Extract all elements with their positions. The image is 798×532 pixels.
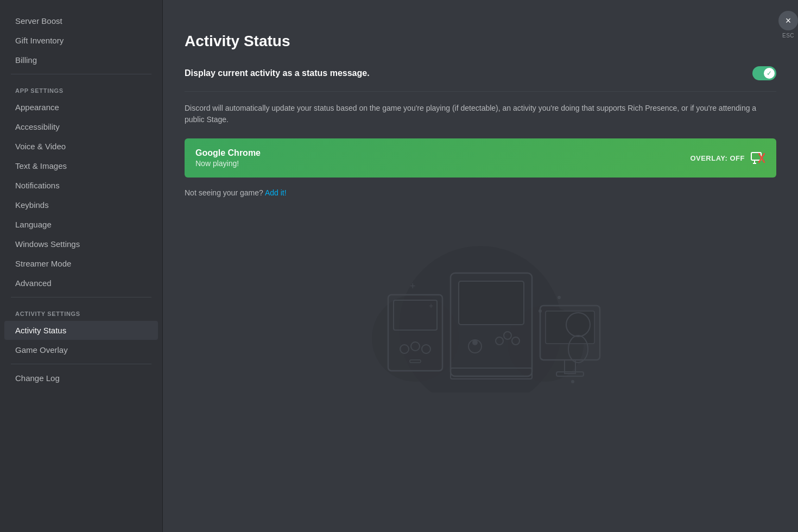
activity-status-toggle[interactable]: ✓: [752, 66, 776, 80]
svg-point-17: [472, 340, 478, 345]
sidebar-item-text-images[interactable]: Text & Images: [4, 156, 158, 175]
sidebar-divider-3: [11, 364, 151, 364]
add-it-link[interactable]: Add it!: [265, 188, 287, 197]
not-seeing-text: Not seeing your game? Add it!: [185, 188, 776, 197]
svg-rect-15: [459, 281, 524, 325]
overlay-icon[interactable]: [750, 150, 765, 166]
sidebar-item-keybinds[interactable]: Keybinds: [4, 195, 158, 214]
sidebar-item-billing[interactable]: Billing: [4, 50, 158, 69]
sidebar-item-gift-inventory[interactable]: Gift Inventory: [4, 31, 158, 50]
sidebar-item-advanced[interactable]: Advanced: [4, 274, 158, 293]
sidebar-item-language[interactable]: Language: [4, 215, 158, 234]
toggle-row: Display current activity as a status mes…: [185, 66, 776, 92]
svg-text:+: +: [410, 281, 416, 292]
game-name: Google Chrome: [195, 148, 261, 158]
close-button[interactable]: ×: [778, 11, 798, 30]
sidebar-item-change-log[interactable]: Change Log: [4, 369, 158, 388]
sidebar-item-windows-settings[interactable]: Windows Settings: [4, 235, 158, 254]
page-title: Activity Status: [185, 33, 776, 50]
main-content: × ESC Activity Status Display current ac…: [163, 0, 798, 532]
close-area: × ESC: [778, 11, 798, 39]
svg-point-6: [372, 295, 459, 382]
toggle-knob: ✓: [764, 68, 775, 79]
activity-settings-label: Activity Settings: [4, 302, 158, 320]
game-status: Now playing!: [195, 159, 261, 168]
sidebar-item-activity-status[interactable]: Activity Status: [4, 321, 158, 340]
app-settings-label: App Settings: [4, 79, 158, 97]
sidebar-item-notifications[interactable]: Notifications: [4, 176, 158, 195]
svg-point-31: [558, 296, 561, 299]
overlay-label: OVERLAY: OFF: [690, 154, 745, 162]
sidebar-item-server-boost[interactable]: Server Boost: [4, 11, 158, 30]
toggle-label: Display current activity as a status mes…: [185, 68, 370, 78]
game-card-right: OVERLAY: OFF: [690, 150, 765, 166]
illustration-area: + +: [185, 219, 776, 392]
svg-text:+: +: [429, 301, 433, 310]
sidebar-item-voice-video[interactable]: Voice & Video: [4, 137, 158, 156]
sidebar-item-game-overlay[interactable]: Game Overlay: [4, 340, 158, 359]
sidebar: Server BoostGift InventoryBilling App Se…: [0, 0, 163, 532]
svg-point-32: [571, 380, 574, 383]
sidebar-item-streamer-mode[interactable]: Streamer Mode: [4, 254, 158, 273]
sidebar-item-appearance[interactable]: Appearance: [4, 98, 158, 117]
svg-point-30: [539, 309, 542, 313]
sidebar-divider-2: [11, 297, 151, 297]
sidebar-item-accessibility[interactable]: Accessibility: [4, 117, 158, 136]
game-card: Google Chrome Now playing! OVERLAY: OFF: [185, 138, 776, 178]
esc-label: ESC: [782, 33, 794, 39]
description-text: Discord will automatically update your s…: [185, 103, 776, 125]
sidebar-divider-1: [11, 74, 151, 74]
game-card-info: Google Chrome Now playing!: [195, 148, 261, 168]
